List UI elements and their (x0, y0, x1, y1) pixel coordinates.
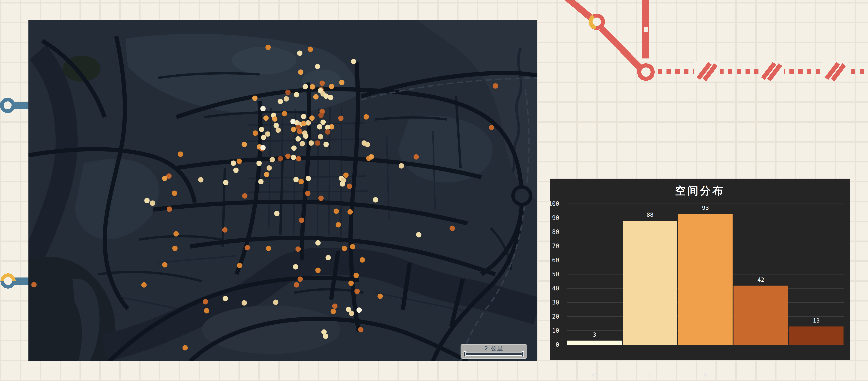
data-point (252, 96, 257, 101)
data-point (308, 46, 313, 52)
data-point (301, 114, 306, 119)
data-point (166, 207, 172, 212)
bar-S: 88 (623, 221, 677, 345)
data-point (354, 289, 360, 294)
data-point (489, 125, 494, 130)
data-point (293, 264, 298, 269)
data-point (315, 267, 320, 273)
data-point (296, 136, 301, 141)
data-point (351, 59, 356, 64)
data-point (223, 180, 228, 185)
data-point (348, 281, 354, 286)
blue-metro-line (2, 100, 29, 287)
data-point (293, 177, 299, 182)
x-tick-label: XS (567, 372, 622, 378)
scale-bar-icon (465, 353, 523, 355)
data-point (336, 222, 341, 228)
data-point (315, 140, 320, 146)
y-tick-label: 90 (546, 214, 559, 221)
data-point (204, 308, 209, 314)
data-point (369, 154, 374, 160)
red-metro-line (566, 0, 868, 81)
data-point (349, 311, 354, 316)
data-point (323, 94, 329, 99)
data-point (328, 95, 333, 100)
data-point (245, 245, 250, 250)
data-point (253, 130, 258, 136)
data-point (297, 51, 302, 56)
data-point (285, 154, 291, 159)
data-point (325, 125, 330, 130)
data-point (291, 127, 296, 132)
bar-XL: 13 (789, 326, 843, 345)
data-point (339, 80, 345, 85)
x-tick-label: S (622, 372, 678, 378)
data-point (365, 142, 370, 148)
data-point (299, 217, 304, 223)
data-point (317, 124, 322, 130)
data-point (347, 184, 352, 189)
data-point (145, 198, 150, 203)
data-point (273, 300, 278, 305)
data-point (237, 263, 242, 268)
y-tick-label: 10 (546, 327, 559, 334)
data-point (377, 293, 383, 299)
data-point (278, 156, 283, 161)
data-point (416, 232, 421, 237)
data-point (296, 156, 301, 161)
y-tick-label: 100 (546, 200, 559, 207)
data-point (325, 129, 330, 135)
data-point (291, 145, 297, 151)
slash-markers (694, 61, 848, 81)
data-point (309, 140, 314, 146)
data-point (360, 257, 365, 263)
data-point (310, 84, 315, 90)
data-point (162, 176, 167, 181)
data-point (272, 117, 277, 122)
data-point (264, 172, 269, 177)
data-point (318, 113, 324, 118)
bar-chart-panel: 空间分布 01020304050607080901003XS88S93M42L1… (550, 179, 850, 360)
data-point (347, 209, 353, 215)
data-point (323, 334, 328, 339)
data-point (450, 225, 455, 231)
data-point (242, 141, 247, 147)
x-tick-label: L (733, 372, 788, 378)
data-point (222, 227, 227, 233)
data-point (242, 193, 247, 198)
data-point (284, 96, 289, 102)
bar-value-label: 88 (623, 212, 677, 218)
data-point (264, 115, 269, 121)
data-point (260, 145, 266, 151)
data-point (173, 231, 179, 236)
data-point (340, 181, 345, 186)
data-point (266, 246, 271, 251)
data-point (294, 282, 299, 288)
data-point (358, 327, 363, 332)
data-point (334, 209, 339, 214)
poster-canvas: { "theme": { "page_bg": "#f4f0e5", "grid… (0, 0, 868, 381)
data-point (298, 69, 304, 75)
data-point (203, 299, 208, 304)
data-point (270, 157, 275, 162)
data-point (261, 135, 266, 140)
bar-M: 93 (678, 214, 733, 345)
map-scale-control: 2 公里 (461, 344, 527, 358)
data-point (356, 308, 362, 313)
data-point (260, 106, 266, 111)
scatter-dot-layer (28, 20, 537, 361)
map-canvas[interactable]: 2 公里 (28, 20, 537, 361)
data-point (342, 246, 347, 251)
y-tick-label: 20 (546, 313, 559, 320)
data-point (276, 127, 281, 133)
data-point (278, 99, 283, 104)
plot-area: 01020304050607080901003XS88S93M42L13XL (567, 204, 844, 345)
data-point (162, 262, 167, 267)
data-point (353, 273, 359, 278)
data-point (306, 176, 311, 181)
data-point (303, 84, 308, 89)
bar-value-label: 3 (567, 331, 622, 338)
data-point (297, 129, 302, 134)
bar-value-label: 93 (678, 204, 733, 211)
bar-XS: 3 (567, 341, 622, 345)
